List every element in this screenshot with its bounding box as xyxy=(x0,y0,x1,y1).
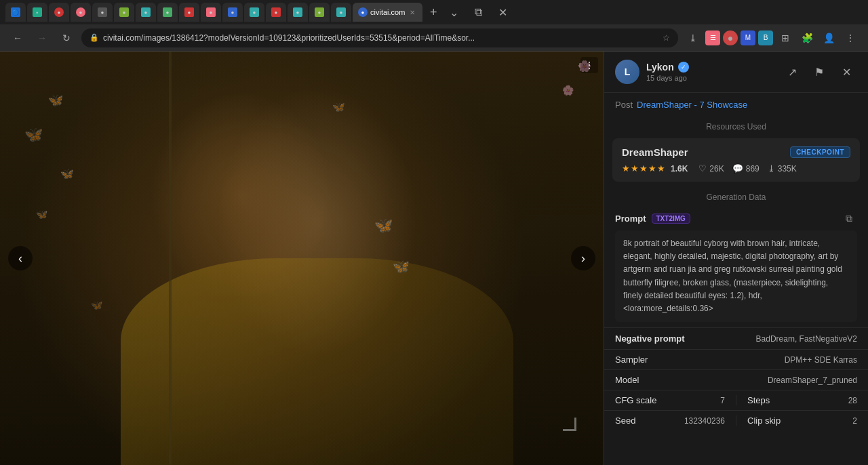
prompt-text: 8k portrait of beautiful cyborg with bro… xyxy=(615,230,857,322)
tab-item-active[interactable]: ● civitai.com ✕ xyxy=(353,3,422,22)
post-link[interactable]: DreamShaper - 7 Showcase xyxy=(637,100,747,110)
portrait-dress xyxy=(121,258,513,465)
forward-button[interactable]: → xyxy=(33,28,52,47)
tab-close-window-button[interactable]: ✕ xyxy=(493,3,512,22)
tab-item[interactable]: ● xyxy=(201,3,221,22)
tab-restore-button[interactable]: ⧉ xyxy=(469,3,488,22)
tab-favicon: ● xyxy=(336,7,346,17)
tab-favicon: ● xyxy=(76,7,85,17)
extension-icon-4[interactable]: B xyxy=(758,31,773,45)
download-icon: ⤓ xyxy=(768,163,775,174)
header-actions: ↗ ⚑ ✕ xyxy=(781,61,857,83)
tab-item[interactable]: ● xyxy=(266,3,286,22)
likes-count: 26K xyxy=(709,164,724,174)
close-button[interactable]: ✕ xyxy=(835,61,857,83)
butterfly-6: 🦋 xyxy=(374,217,393,235)
tab-bar: 🔵 ▪ ● ● ● ● ● ● ● xyxy=(0,0,868,24)
butterfly-8: 🦋 xyxy=(91,300,102,310)
share-button[interactable]: ↗ xyxy=(781,61,803,83)
image-panel: 🦋 🦋 🦋 🦋 🦋 🦋 🦋 🦋 🌸 🌸 ⋮ ‹ › xyxy=(0,52,604,465)
main-content: 🦋 🦋 🦋 🦋 🦋 🦋 🦋 🦋 🌸 🌸 ⋮ ‹ › L Lykon ✓ xyxy=(0,52,868,465)
tab-close-button[interactable]: ✕ xyxy=(408,8,417,17)
tab-favicon: ● xyxy=(250,7,259,17)
tab-item[interactable]: ● xyxy=(288,3,308,22)
bookmark-icon[interactable]: ☆ xyxy=(663,33,670,43)
image-menu-button[interactable]: ⋮ xyxy=(580,57,598,73)
star-5: ★ xyxy=(657,163,665,174)
refresh-button[interactable]: ↻ xyxy=(57,28,76,47)
extension-icon-2[interactable]: ● xyxy=(723,31,738,45)
negative-prompt-value: BadDream, FastNegativeV2 xyxy=(756,334,857,344)
tab-item[interactable]: ● xyxy=(157,3,178,22)
tab-controls: ⌄ ⧉ ✕ xyxy=(444,3,517,22)
tab-item[interactable]: 🔵 xyxy=(5,3,26,22)
steps-value: 28 xyxy=(848,396,857,405)
cfg-steps-row: CFG scale 7 Steps 28 xyxy=(604,390,868,410)
tab-favicon: ● xyxy=(163,7,172,17)
downloads-count: 335K xyxy=(778,164,797,174)
url-text: civitai.com/images/1386412?modelVersionI… xyxy=(103,33,658,43)
checkpoint-badge: CHECKPOINT xyxy=(790,146,850,158)
negative-prompt-label: Negative prompt xyxy=(615,333,685,344)
tab-item[interactable]: ● xyxy=(331,3,351,22)
tab-favicon: ● xyxy=(315,7,324,17)
extensions-button[interactable]: 🧩 xyxy=(797,28,816,47)
add-tab-button[interactable]: + xyxy=(424,3,443,22)
username-row: Lykon ✓ xyxy=(646,62,781,73)
clip-skip-value: 2 xyxy=(852,416,857,426)
cfg-label: CFG scale xyxy=(615,395,656,405)
tab-item[interactable]: ● xyxy=(222,3,243,22)
tab-favicon: ● xyxy=(98,7,107,17)
star-3: ★ xyxy=(639,163,648,174)
likes-stat: ♡ 26K xyxy=(698,163,724,174)
model-value: DreamShaper_7_pruned xyxy=(768,376,857,385)
copy-prompt-button[interactable]: ⧉ xyxy=(841,210,857,226)
toolbar-icons: ⤓ ☰ ● M B ⊞ 🧩 👤 ⋮ xyxy=(684,28,860,47)
tab-minimize-button[interactable]: ⌄ xyxy=(444,3,463,22)
more-button[interactable]: ⋮ xyxy=(841,28,860,47)
star-4: ★ xyxy=(648,163,656,174)
back-button[interactable]: ← xyxy=(8,28,27,47)
clip-skip-col: Clip skip 2 xyxy=(747,416,857,426)
sampler-value: DPM++ SDE Karras xyxy=(785,355,857,365)
tab-favicon: ● xyxy=(184,7,194,17)
resource-name[interactable]: DreamShaper xyxy=(622,146,688,158)
resource-card: DreamShaper CHECKPOINT ★ ★ ★ ★ ★ 1.6K ♡ … xyxy=(612,138,860,182)
tab-favicon: ● xyxy=(119,7,129,17)
tab-favicon: ● xyxy=(271,7,281,17)
comments-stat: 💬 869 xyxy=(732,163,760,174)
prev-image-button[interactable]: ‹ xyxy=(8,246,33,270)
star-1: ★ xyxy=(622,163,630,174)
downloads-stat: ⤓ 335K xyxy=(768,163,797,174)
tab-item[interactable]: ● xyxy=(71,3,91,22)
heart-icon: ♡ xyxy=(698,163,707,174)
verified-badge: ✓ xyxy=(678,62,689,73)
post-label: Post xyxy=(615,100,633,110)
extension-icon-5[interactable]: ⊞ xyxy=(776,28,795,47)
comments-count: 869 xyxy=(746,164,760,174)
butterfly-3: 🦋 xyxy=(60,167,74,180)
seed-value: 132340236 xyxy=(684,416,725,426)
tab-item[interactable]: ● xyxy=(179,3,199,22)
tab-item[interactable]: ● xyxy=(136,3,156,22)
cfg-col: CFG scale 7 xyxy=(615,395,736,405)
tab-item[interactable]: ● xyxy=(49,3,69,22)
butterfly-2: 🦋 xyxy=(24,126,43,144)
extension-icon-3[interactable]: M xyxy=(741,31,755,45)
tab-item[interactable]: ● xyxy=(114,3,134,22)
downloads-icon[interactable]: ⤓ xyxy=(684,28,703,47)
next-image-button[interactable]: › xyxy=(571,246,595,270)
rating-count: 1.6K xyxy=(671,164,688,174)
tab-item[interactable]: ● xyxy=(309,3,330,22)
url-bar[interactable]: 🔒 civitai.com/images/1386412?modelVersio… xyxy=(81,28,678,47)
tab-item[interactable]: ▪ xyxy=(27,3,47,22)
flag-button[interactable]: ⚑ xyxy=(808,61,830,83)
browser-chrome: 🔵 ▪ ● ● ● ● ● ● ● xyxy=(0,0,868,52)
profile-button[interactable]: 👤 xyxy=(819,28,838,47)
username[interactable]: Lykon xyxy=(646,62,674,73)
prompt-header: Prompt TXT2IMG ⧉ xyxy=(615,210,857,226)
tab-item[interactable]: ● xyxy=(244,3,264,22)
post-header: L Lykon ✓ 15 days ago ↗ ⚑ ✕ xyxy=(604,52,868,93)
tab-item[interactable]: ● xyxy=(92,3,113,22)
extension-icon-1[interactable]: ☰ xyxy=(705,31,720,45)
